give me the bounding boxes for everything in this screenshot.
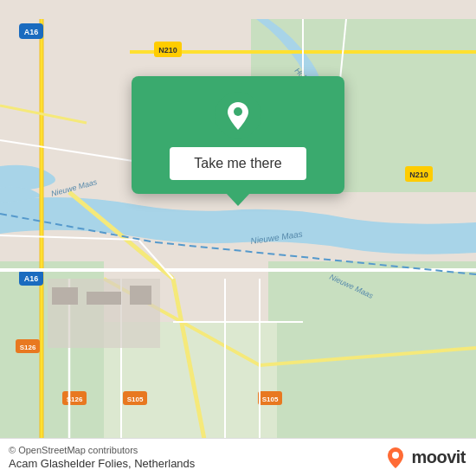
bottom-bar: © OpenStreetMap contributors Acam Glashe…: [0, 438, 476, 476]
svg-rect-42: [87, 292, 121, 305]
svg-text:A16: A16: [24, 274, 39, 283]
svg-point-51: [234, 107, 242, 116]
svg-rect-41: [52, 287, 78, 305]
svg-point-52: [392, 452, 399, 459]
moovit-logo: moovit: [383, 446, 466, 470]
take-me-there-button[interactable]: Take me there: [170, 147, 306, 180]
svg-text:S126: S126: [20, 344, 36, 351]
map-container: A16 A16 N210 N210 S126 S126 S105 S105 Ni…: [0, 0, 476, 476]
svg-text:S105: S105: [262, 396, 279, 403]
svg-text:A16: A16: [24, 28, 39, 36]
moovit-brand-text: moovit: [411, 447, 466, 467]
location-label: Acam Glashelder Folies, Netherlands: [9, 457, 195, 470]
svg-text:N210: N210: [158, 46, 177, 55]
svg-rect-43: [130, 286, 151, 305]
svg-text:N210: N210: [409, 170, 428, 179]
svg-text:S105: S105: [127, 396, 144, 403]
location-pin-icon: [215, 92, 261, 138]
popup-card: Take me there: [132, 76, 344, 194]
map-attribution: © OpenStreetMap contributors: [9, 445, 195, 455]
moovit-icon: [383, 446, 408, 470]
